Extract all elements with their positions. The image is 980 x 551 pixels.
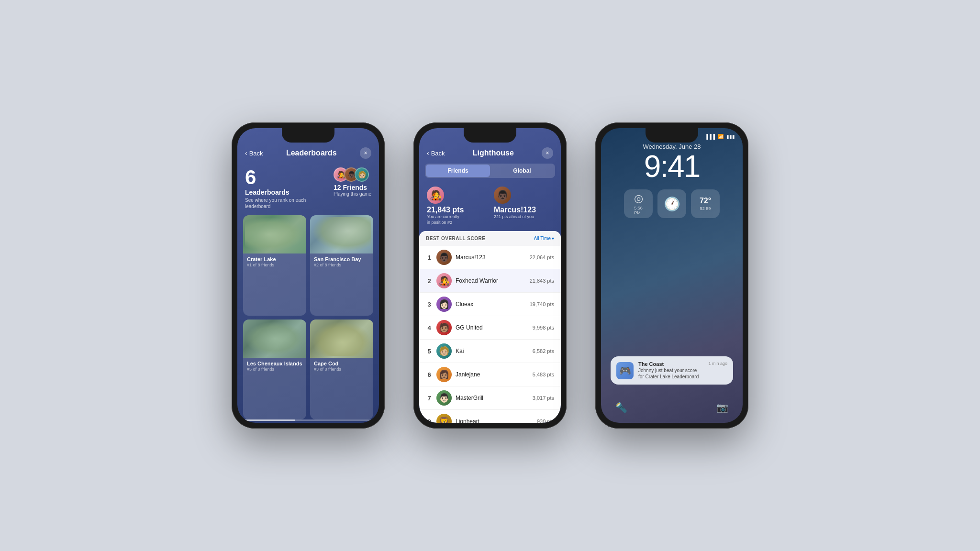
lb-rank-6: 6: [426, 371, 433, 378]
map-land-sf: [312, 217, 371, 252]
current-player-pts: 21,843 pts: [427, 206, 486, 214]
map-rank-cape: #3 of 8 friends: [314, 367, 369, 372]
map-card-les[interactable]: Les Cheneaux Islands #5 of 8 friends: [243, 320, 306, 420]
lb-pts-7: 3,017 pts: [533, 395, 554, 401]
notification-time: 1 min ago: [708, 361, 727, 366]
lb-name-1: Marcus!123: [456, 254, 526, 261]
leaderboard-sublabel: See where you rank on each leaderboard: [245, 197, 326, 209]
lb-row-5[interactable]: 5 🧑🏼 Kai 6,582 pts: [419, 340, 561, 363]
phone-3: ▐▐▐ 📶 ▮▮▮ Wednesday, June 28 9:41 ◎ 5:56…: [595, 122, 748, 429]
lb-rank-7: 7: [426, 395, 433, 402]
lock-bottom: 🔦 📷: [601, 402, 743, 413]
friends-count: 12 Friends: [334, 184, 367, 191]
back-button-1[interactable]: ‹ Back: [245, 149, 263, 157]
lb-avatar-5: 🧑🏼: [436, 343, 452, 359]
notch-3: [646, 128, 698, 143]
close-button-2[interactable]: ×: [542, 147, 553, 159]
flashlight-icon[interactable]: 🔦: [615, 402, 627, 413]
notification-title: The Coast: [638, 361, 703, 367]
phone1-info: 6 Leaderboards See where you rank on eac…: [237, 164, 379, 215]
lb-filter-label: All Time: [534, 236, 551, 241]
tab-bar: Friends Global: [425, 164, 555, 178]
back-button-2[interactable]: ‹ Back: [427, 149, 445, 157]
lb-rank-8: 8: [426, 418, 433, 423]
leaderboard-count: 6: [245, 167, 326, 187]
clock-icon: 🕐: [664, 196, 680, 212]
lock-date: Wednesday, June 28: [601, 143, 743, 150]
lb-row-4[interactable]: 4 🧑🏽 GG United 9,998 pts: [419, 316, 561, 340]
map-image-sf: [310, 215, 373, 253]
lock-time: 9:41: [601, 151, 743, 182]
lb-row-2[interactable]: 2 🧑‍🎤 Foxhead Warrior 21,843 pts: [419, 269, 561, 293]
lb-pts-4: 9,998 pts: [533, 325, 554, 331]
back-label-2: Back: [431, 150, 445, 157]
widget-clock: 🕐: [657, 189, 686, 218]
phone-1: ‹ Back Leaderboards × 6 Leaderboards See…: [232, 122, 385, 429]
leaderboard-section: BEST OVERALL SCORE All Time ▾ 1 👨🏿 Marcu…: [419, 231, 561, 423]
lb-name-6: Janiejane: [456, 371, 529, 378]
lb-row-8[interactable]: 8 🦁 Lionheart 930 pts: [419, 410, 561, 423]
close-icon-1: ×: [364, 150, 367, 156]
ring-time: 5:56PM: [634, 206, 643, 215]
weather-temp: 72°: [700, 197, 711, 205]
phone3-screen: ▐▐▐ 📶 ▮▮▮ Wednesday, June 28 9:41 ◎ 5:56…: [601, 128, 743, 423]
notification-content: The Coast Johnny just beat your score fo…: [638, 361, 703, 380]
lb-pts-2: 21,843 pts: [530, 278, 554, 284]
lb-name-8: Lionheart: [456, 418, 533, 423]
phone1-screen: ‹ Back Leaderboards × 6 Leaderboards See…: [237, 128, 379, 423]
lb-avatar-2: 🧑‍🎤: [436, 273, 452, 288]
camera-icon[interactable]: 📷: [716, 402, 728, 413]
lb-avatar-8: 🦁: [436, 414, 452, 423]
map-card-cape[interactable]: Cape Cod #3 of 8 friends: [310, 320, 373, 420]
tab-friends[interactable]: Friends: [426, 165, 490, 177]
widget-weather: 72° 52 89: [691, 189, 720, 218]
map-rank-sf: #2 of 8 friends: [314, 263, 369, 267]
lb-row-7[interactable]: 7 👨🏻 MasterGrill 3,017 pts: [419, 386, 561, 410]
lb-rank-2: 2: [426, 277, 433, 285]
lb-row-6[interactable]: 6 👩🏽 Janiejane 5,483 pts: [419, 363, 561, 386]
friends-avatars: 🧑‍🎤 👨🏿 🧑🏼: [334, 167, 369, 182]
map-name-crater: Crater Lake: [247, 256, 302, 262]
map-land-crater: [245, 217, 304, 252]
map-info-sf: San Francisco Bay #2 of 8 friends: [310, 253, 373, 270]
ahead-player-avatar: 👨🏿: [494, 187, 511, 204]
lb-name-7: MasterGrill: [456, 395, 529, 401]
lb-name-3: Cloeax: [456, 301, 526, 308]
lb-pts-8: 930 pts: [537, 419, 554, 423]
lb-row-3[interactable]: 3 👩🏻 Cloeax 19,740 pts: [419, 293, 561, 316]
lb-row-1[interactable]: 1 👨🏿 Marcus!123 22,064 pts: [419, 246, 561, 269]
notch-2: [464, 128, 516, 143]
map-name-les: Les Cheneaux Islands: [247, 361, 302, 366]
leaderboard-label: Leaderboards: [245, 188, 326, 196]
notification-app-icon: 🎮: [619, 365, 631, 376]
weather-range: 52 89: [700, 206, 711, 211]
tab-global[interactable]: Global: [490, 165, 554, 177]
lb-avatar-4: 🧑🏽: [436, 320, 452, 335]
phone2-title: Lighthouse: [473, 149, 514, 157]
back-label-1: Back: [249, 150, 263, 157]
leaderboard-count-section: 6 Leaderboards See where you rank on eac…: [245, 167, 326, 209]
phone-2: ‹ Back Lighthouse × Friends Global: [413, 122, 567, 429]
lb-pts-3: 19,740 pts: [530, 301, 554, 307]
map-land-les: [245, 321, 304, 356]
lb-rank-5: 5: [426, 348, 433, 355]
map-card-crater[interactable]: Crater Lake #1 of 8 friends: [243, 215, 306, 316]
phone2-screen: ‹ Back Lighthouse × Friends Global: [419, 128, 561, 423]
notch-1: [282, 128, 334, 143]
map-info-crater: Crater Lake #1 of 8 friends: [243, 253, 306, 270]
lb-rank-3: 3: [426, 301, 433, 308]
close-button-1[interactable]: ×: [360, 147, 371, 159]
lb-avatar-6: 👩🏽: [436, 367, 452, 382]
map-card-sf[interactable]: San Francisco Bay #2 of 8 friends: [310, 215, 373, 316]
map-rank-crater: #1 of 8 friends: [247, 263, 302, 267]
player-summary: 🧑‍🎤 21,843 pts You are currentlyin posit…: [419, 183, 561, 231]
lb-filter[interactable]: All Time ▾: [534, 236, 554, 241]
lb-pts-6: 5,483 pts: [533, 372, 554, 377]
battery-icon: ▮▮▮: [726, 134, 735, 139]
notification[interactable]: 🎮 The Coast Johnny just beat your score …: [611, 356, 733, 385]
lb-filter-chevron: ▾: [552, 236, 554, 241]
tab-friends-label: Friends: [447, 167, 468, 174]
ring-icon: ◎: [634, 192, 643, 205]
map-land-cape: [312, 321, 371, 356]
maps-grid: Crater Lake #1 of 8 friends San Francisc…: [237, 215, 379, 419]
